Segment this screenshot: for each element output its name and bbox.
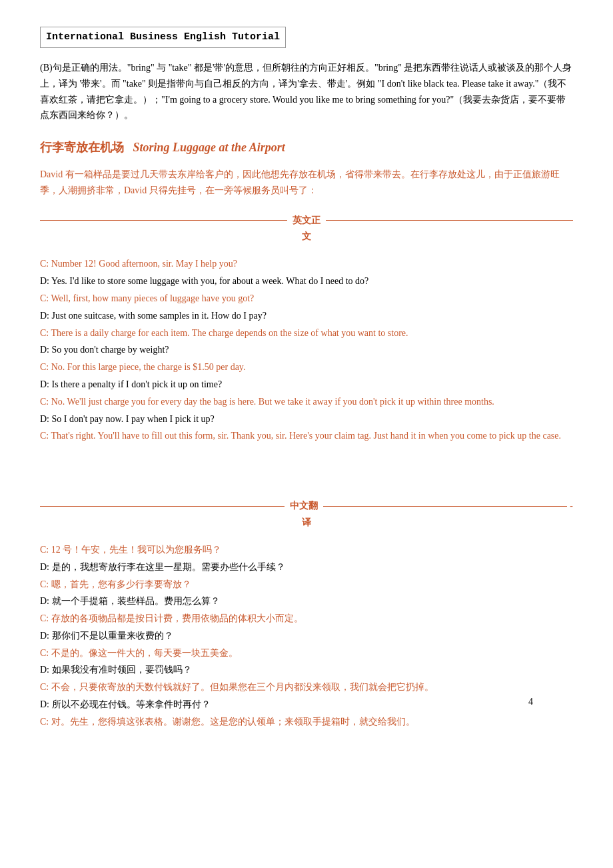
dialogue-line: C: Number 12! Good afternoon, sir. May I… bbox=[40, 256, 573, 272]
dialogue-line: C: 12 号！午安，先生！我可以为您服务吗？ bbox=[40, 542, 573, 558]
chinese-divider: 中文翻 - 译 bbox=[40, 499, 573, 530]
section-context: David 有一箱样品是要过几天带去东岸给客户的，因此他想先存放在机场，省得带来… bbox=[40, 167, 573, 199]
divider-dash: - bbox=[567, 499, 573, 513]
section-heading-en: Storing Luggage at the Airport bbox=[133, 141, 285, 154]
dialogue-line: D: Is there a penalty if I don't pick it… bbox=[40, 377, 573, 393]
english-divider-sub: 文 bbox=[40, 229, 573, 244]
dialogue-line: D: 那你们不是以重量来收费的？ bbox=[40, 628, 573, 644]
dialogue-line: C: 对。先生，您得填这张表格。谢谢您。这是您的认领单；来领取手提箱时，就交给我… bbox=[40, 714, 573, 730]
section-heading-zh: 行李寄放在机场 bbox=[40, 141, 124, 154]
english-divider-label: 英文正 bbox=[287, 213, 326, 228]
dialogue-line: D: Just one suitcase, with some samples … bbox=[40, 308, 573, 324]
dialogue-line: C: No. We'll just charge you for every d… bbox=[40, 394, 573, 410]
chinese-divider-sub: 译 bbox=[40, 515, 573, 530]
dialogue-line: D: 就一个手提箱，装些样品。费用怎么算？ bbox=[40, 593, 573, 609]
dialogue-line: C: 嗯，首先，您有多少行李要寄放？ bbox=[40, 577, 573, 593]
dialogue-line: C: Well, first, how many pieces of lugga… bbox=[40, 291, 573, 307]
page-title: International Business English Tutorial bbox=[40, 27, 286, 48]
section-heading: 行李寄放在机场 Storing Luggage at the Airport bbox=[40, 138, 573, 157]
dialogue-line: D: 如果我没有准时领回，要罚钱吗？ bbox=[40, 662, 573, 678]
dialogue-line: D: 所以不必现在付钱。等来拿件时再付？ bbox=[40, 697, 573, 713]
chinese-divider-label: 中文翻 bbox=[285, 499, 323, 513]
dialogue-line: C: 不是的。像这一件大的，每天要一块五美金。 bbox=[40, 645, 573, 661]
dialogue-line: C: 不会，只要依寄放的天数付钱就好了。但如果您在三个月内都没来领取，我们就会把… bbox=[40, 679, 573, 695]
intro-paragraph: (B)句是正确的用法。"bring" 与 "take" 都是'带'的意思，但所朝… bbox=[40, 60, 573, 123]
dialogue-line: D: So I don't pay now. I pay when I pick… bbox=[40, 411, 573, 427]
dialogue-line: C: No. For this large piece, the charge … bbox=[40, 359, 573, 375]
english-divider: 英文正 文 bbox=[40, 213, 573, 245]
dialogue-line: C: 存放的各项物品都是按日计费，费用依物品的体积大小而定。 bbox=[40, 611, 573, 627]
dialogue-line: D: Yes. I'd like to store some luggage w… bbox=[40, 273, 573, 289]
chinese-dialogue: C: 12 号！午安，先生！我可以为您服务吗？ D: 是的，我想寄放行李在这里一… bbox=[40, 542, 573, 730]
dialogue-line: D: So you don't charge by weight? bbox=[40, 342, 573, 358]
dialogue-line: C: There is a daily charge for each item… bbox=[40, 325, 573, 341]
dialogue-line: D: 是的，我想寄放行李在这里一星期。需要办些什么手续？ bbox=[40, 559, 573, 575]
page-number: 4 bbox=[528, 695, 533, 709]
english-dialogue: C: Number 12! Good afternoon, sir. May I… bbox=[40, 256, 573, 444]
dialogue-line: C: That's right. You'll have to fill out… bbox=[40, 428, 573, 444]
